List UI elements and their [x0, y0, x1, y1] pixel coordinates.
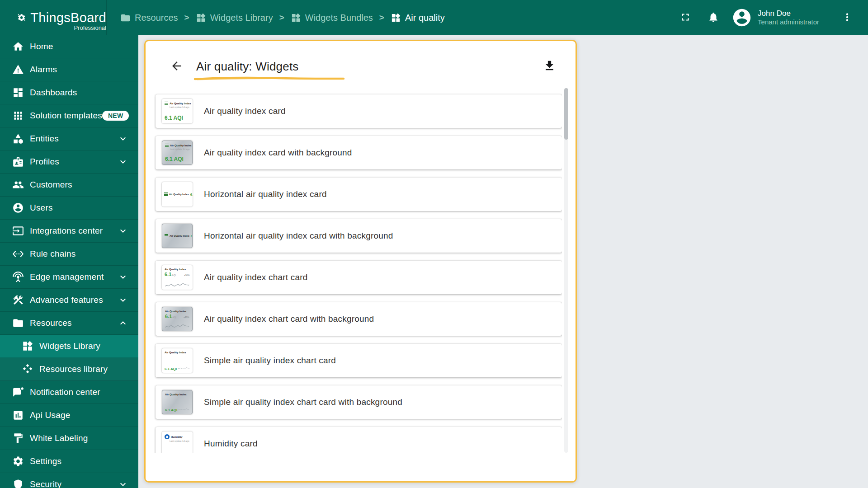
sidebar-item-alarms[interactable]: Alarms: [0, 58, 138, 81]
sidebar-item-entities[interactable]: Entities: [0, 127, 138, 150]
notification-icon: [12, 386, 24, 398]
more-menu-button[interactable]: [838, 9, 856, 27]
sidebar-item-advanced-features[interactable]: Advanced features: [0, 289, 138, 312]
download-widget-button[interactable]: [536, 144, 554, 162]
download-widget-button[interactable]: [536, 352, 554, 370]
solution-templates-icon: [12, 110, 24, 122]
resources-library-icon: [22, 363, 33, 375]
folder-icon: [12, 317, 24, 329]
sidebar-item-label: Solution templates: [30, 111, 102, 121]
widget-title: Air quality index chart card: [204, 272, 307, 282]
sidebar-item-dashboards[interactable]: Dashboards: [0, 81, 138, 104]
breadcrumb-item-widgets-bundles[interactable]: Widgets Bundles: [291, 13, 373, 23]
title-highlight-underline: [193, 76, 345, 81]
widget-row-air-quality-index-chart-card-with-background[interactable]: Air Quality Index6.1AQI+96% Air quality …: [156, 302, 562, 336]
api-usage-icon: [12, 409, 24, 421]
fullscreen-button[interactable]: [676, 9, 694, 27]
widget-row-air-quality-index-card-with-background[interactable]: Air Quality IndexLast update 1d ago6.1 A…: [156, 136, 562, 169]
widget-row-simple-air-quality-index-chart-card-with-background[interactable]: Air Quality Index6.1 AQI Simple air qual…: [156, 385, 562, 419]
sidebar-item-label: Resources library: [39, 364, 108, 374]
edit-widget-button[interactable]: [503, 185, 521, 203]
thumb-subtitle: Last update 1d ago: [170, 440, 187, 442]
account-circle-icon: [731, 22, 752, 29]
download-widget-button[interactable]: [536, 393, 554, 411]
user-info: John Doe Tenant administrator: [758, 9, 819, 27]
sidebar-item-rule-chains[interactable]: Rule chains: [0, 243, 138, 266]
back-button[interactable]: [167, 57, 186, 76]
download-widget-button[interactable]: [536, 310, 554, 328]
widgets-bundle-card: Air quality: Widgets Air Quality IndexLa…: [144, 40, 577, 483]
sidebar-item-customers[interactable]: Customers: [0, 174, 138, 197]
sidebar-item-home[interactable]: Home: [0, 35, 138, 58]
widget-row-humidity-card[interactable]: HumidityLast update 1d ago Humidity card: [156, 427, 562, 453]
edit-widget-button[interactable]: [503, 310, 521, 328]
sidebar-item-label: Edge management: [30, 272, 104, 282]
integrations-icon: [12, 225, 24, 237]
widget-row-horizontal-air-quality-index-card-with-background[interactable]: Air Quality Index6.1 AQI Horizontal air …: [156, 219, 562, 253]
sidebar-item-white-labeling[interactable]: White Labeling: [0, 427, 138, 450]
edit-widget-button[interactable]: [503, 144, 521, 162]
widget-row-horizontal-air-quality-index-card[interactable]: Air Quality Index6.1 AQI Horizontal air …: [156, 178, 562, 211]
sidebar-item-label: Advanced features: [30, 295, 103, 305]
widget-row-actions: [503, 227, 554, 245]
sidebar-item-profiles[interactable]: Profiles: [0, 150, 138, 174]
thumb-title: Air Quality Index: [170, 235, 189, 237]
download-widget-button[interactable]: [536, 185, 554, 203]
main-content: Air quality: Widgets Air Quality IndexLa…: [138, 35, 868, 488]
download-widget-button[interactable]: [536, 102, 554, 120]
list-scrollbar[interactable]: [564, 88, 568, 453]
widget-row-actions: [503, 144, 554, 162]
widget-thumbnail-value: Air Quality IndexLast update 1d ago6.1 A…: [162, 141, 193, 165]
sidebar-item-notification-center[interactable]: Notification center: [0, 381, 138, 404]
sidebar-item-settings[interactable]: Settings: [0, 450, 138, 473]
thumb-header: Air Quality Index: [165, 102, 190, 105]
edit-widget-button[interactable]: [503, 102, 521, 120]
sidebar-item-integrations-center[interactable]: Integrations center: [0, 220, 138, 243]
download-widget-button[interactable]: [536, 268, 554, 286]
download-widget-button[interactable]: [536, 435, 554, 453]
edit-widget-button[interactable]: [503, 227, 521, 245]
download-widget-button[interactable]: [536, 227, 554, 245]
widget-row-actions: [503, 268, 554, 286]
breadcrumb-item-air-quality[interactable]: Air quality: [391, 13, 445, 23]
user-avatar[interactable]: [731, 7, 752, 28]
breadcrumb-separator: >: [279, 13, 284, 23]
widget-title: Air quality index chart card with backgr…: [204, 314, 374, 324]
list-scrollbar-thumb[interactable]: [564, 88, 568, 140]
chevron-down-icon: [118, 295, 128, 305]
widget-row-actions: [503, 352, 554, 370]
sidebar-item-resources[interactable]: Resources: [0, 312, 138, 335]
export-bundle-button[interactable]: [539, 56, 559, 76]
edit-widget-button[interactable]: [503, 435, 521, 453]
breadcrumb-item-resources[interactable]: Resources: [120, 13, 178, 23]
sidebar-item-label: Notification center: [30, 387, 100, 397]
advanced-icon: [12, 294, 24, 306]
download-icon: [543, 59, 556, 74]
new-badge: NEW: [102, 111, 129, 121]
edit-widget-button[interactable]: [503, 268, 521, 286]
users-icon: [12, 202, 24, 214]
sidebar-item-resources-library[interactable]: Resources library: [0, 358, 138, 381]
sidebar-item-solution-templates[interactable]: Solution templates NEW: [0, 104, 138, 127]
notifications-button[interactable]: [704, 9, 722, 27]
edit-widget-button[interactable]: [503, 352, 521, 370]
edit-widget-button[interactable]: [503, 393, 521, 411]
thumb-value-row: 6.1AQI+96%: [165, 272, 190, 277]
sidebar-item-users[interactable]: Users: [0, 197, 138, 220]
widget-thumbnail-simple-chart: Air Quality Index6.1 AQI: [162, 348, 193, 373]
widget-row-simple-air-quality-index-chart-card[interactable]: Air Quality Index6.1 AQI Simple air qual…: [156, 344, 562, 377]
sidebar-item-security[interactable]: Security: [0, 473, 138, 488]
widget-row-air-quality-index-card[interactable]: Air Quality IndexLast update 1d ago6.1 A…: [156, 94, 562, 128]
thumb-header: Air Quality Index: [165, 268, 190, 271]
breadcrumb-item-widgets-library[interactable]: Widgets Library: [196, 13, 273, 23]
entities-icon: [12, 133, 24, 145]
air-quality-icon: [165, 234, 168, 238]
widget-title: Simple air quality index chart card with…: [204, 397, 402, 407]
sidebar-item-api-usage[interactable]: Api Usage: [0, 404, 138, 427]
sidebar-item-widgets-library[interactable]: Widgets Library: [0, 335, 138, 358]
brand-logo[interactable]: ThingsBoard Professional: [0, 0, 107, 35]
thumb-title: Air Quality Index: [169, 193, 189, 196]
sidebar-item-edge-management[interactable]: Edge management: [0, 266, 138, 289]
widget-row-air-quality-index-chart-card[interactable]: Air Quality Index6.1AQI+96% Air quality …: [156, 261, 562, 294]
thumb-subtitle: Last update 1d ago: [170, 106, 187, 108]
